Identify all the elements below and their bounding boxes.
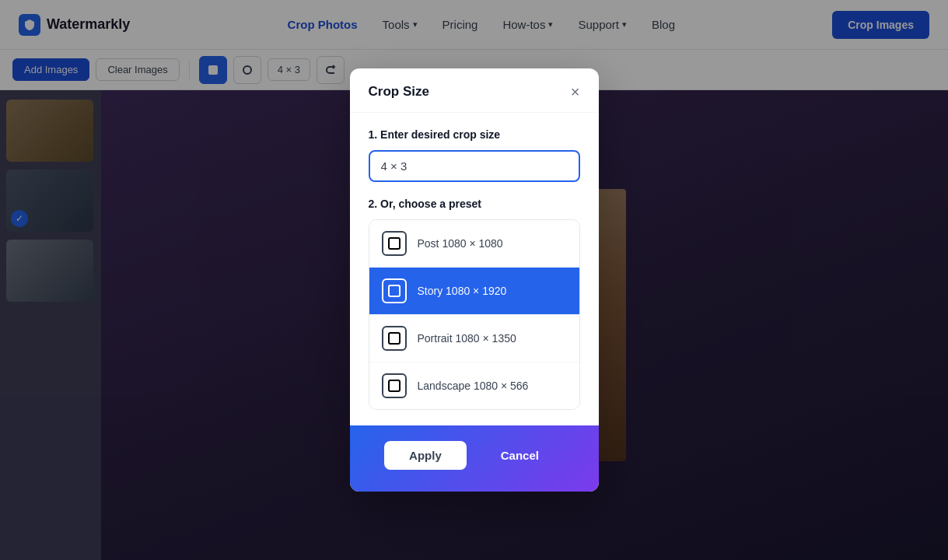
modal-close-button[interactable]: × (571, 84, 580, 100)
preset-story-label: Story 1080 × 1920 (418, 285, 507, 297)
instagram-icon (388, 237, 401, 250)
preset-post-label: Post 1080 × 1080 (418, 237, 503, 250)
preset-post-icon (382, 231, 407, 256)
modal-body: 1. Enter desired crop size 2. Or, choose… (350, 113, 599, 425)
preset-portrait-icon (382, 326, 407, 351)
preset-portrait[interactable]: Portrait 1080 × 1350 (369, 315, 579, 362)
step1-label: 1. Enter desired crop size (369, 128, 580, 141)
cancel-button[interactable]: Cancel (476, 441, 564, 470)
preset-list: Post 1080 × 1080 Story 1080 × 1920 (369, 219, 580, 410)
crop-size-input[interactable] (369, 150, 580, 182)
modal-header: Crop Size × (350, 68, 599, 113)
instagram-landscape-icon (388, 380, 401, 392)
modal-overlay: Crop Size × 1. Enter desired crop size 2… (0, 0, 948, 560)
instagram-portrait-icon (388, 332, 401, 345)
step2-label: 2. Or, choose a preset (369, 198, 580, 210)
apply-button[interactable]: Apply (384, 441, 467, 470)
preset-container: Post 1080 × 1080 Story 1080 × 1920 (369, 219, 580, 410)
modal-title: Crop Size (369, 84, 429, 100)
preset-landscape-label: Landscape 1080 × 566 (418, 380, 529, 392)
crop-size-modal: Crop Size × 1. Enter desired crop size 2… (350, 68, 599, 492)
instagram-story-icon (388, 285, 401, 297)
preset-story-icon (382, 278, 407, 303)
modal-footer: Apply Cancel (350, 425, 599, 492)
preset-post[interactable]: Post 1080 × 1080 (369, 220, 579, 268)
preset-portrait-label: Portrait 1080 × 1350 (418, 332, 516, 345)
preset-landscape[interactable]: Landscape 1080 × 566 (369, 362, 579, 409)
preset-story[interactable]: Story 1080 × 1920 (369, 268, 579, 315)
preset-landscape-icon (382, 373, 407, 398)
